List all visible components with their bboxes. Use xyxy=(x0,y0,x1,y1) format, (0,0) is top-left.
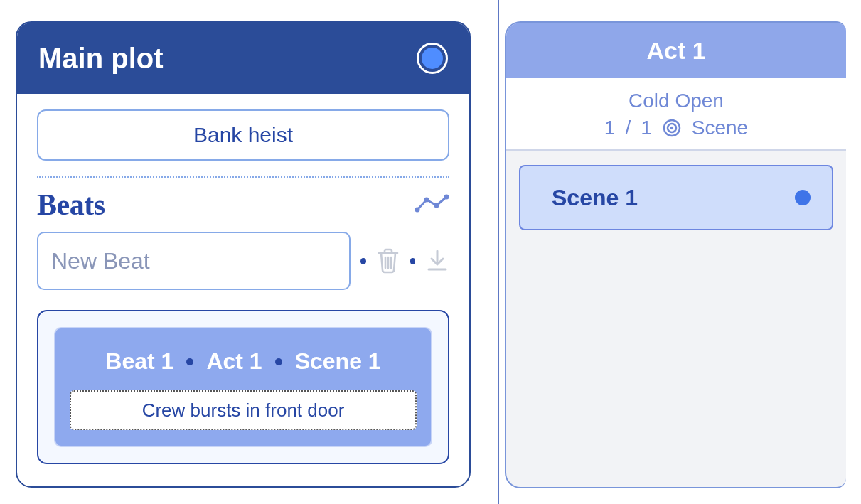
count-separator: / xyxy=(625,117,631,139)
plot-body: Bank heist Beats xyxy=(17,94,469,484)
scene-color-dot xyxy=(795,190,811,205)
beat-card-inner: Beat 1 Act 1 Scene 1 Crew bursts in fron… xyxy=(54,327,432,447)
act-crumb: Act 1 xyxy=(206,348,262,375)
new-beat-input[interactable] xyxy=(37,232,351,290)
scene-word: Scene xyxy=(692,117,748,139)
plot-header: Main plot xyxy=(17,23,469,94)
new-beat-row xyxy=(37,232,449,290)
act-header: Act 1 xyxy=(506,23,846,78)
scene-count-line: 1 / 1 Scene xyxy=(506,117,846,139)
scene-panel: Act 1 Cold Open 1 / 1 Scene Scene 1 xyxy=(505,21,846,488)
beat-description-field[interactable]: Crew bursts in front door xyxy=(70,390,417,430)
scene-item-label: Scene 1 xyxy=(552,185,638,211)
beats-heading: Beats xyxy=(37,188,105,222)
separator-dot xyxy=(275,358,282,365)
beats-heading-text: Beats xyxy=(37,188,105,222)
beat-crumb: Beat 1 xyxy=(105,348,173,375)
section-name: Cold Open xyxy=(506,90,846,112)
svg-point-1 xyxy=(424,198,429,203)
target-icon xyxy=(662,118,682,138)
beat-breadcrumb: Beat 1 Act 1 Scene 1 xyxy=(70,348,417,375)
separator-dot xyxy=(410,258,416,264)
scene-meta: Cold Open 1 / 1 Scene xyxy=(506,78,846,151)
scene-item[interactable]: Scene 1 xyxy=(519,165,833,230)
separator-dot xyxy=(360,258,366,264)
svg-point-6 xyxy=(670,127,673,129)
svg-point-3 xyxy=(444,195,449,200)
svg-point-2 xyxy=(434,203,439,208)
section-separator xyxy=(37,176,449,178)
count-current: 1 xyxy=(604,117,616,139)
plot-card: Main plot Bank heist Beats xyxy=(16,21,471,488)
plot-title-field[interactable]: Bank heist xyxy=(37,109,449,161)
separator-dot xyxy=(186,358,193,365)
beats-header: Beats xyxy=(37,188,449,222)
scene-list: Scene 1 xyxy=(506,151,846,245)
download-icon[interactable] xyxy=(425,248,449,274)
beat-card[interactable]: Beat 1 Act 1 Scene 1 Crew bursts in fron… xyxy=(37,310,449,464)
vertical-divider xyxy=(498,0,499,504)
act-title: Act 1 xyxy=(646,37,705,65)
plot-color-swatch[interactable] xyxy=(417,43,448,74)
count-total: 1 xyxy=(641,117,652,139)
scene-crumb: Scene 1 xyxy=(295,348,381,375)
trash-icon[interactable] xyxy=(376,247,400,274)
chart-icon[interactable] xyxy=(415,194,449,215)
plot-title: Main plot xyxy=(38,43,164,75)
